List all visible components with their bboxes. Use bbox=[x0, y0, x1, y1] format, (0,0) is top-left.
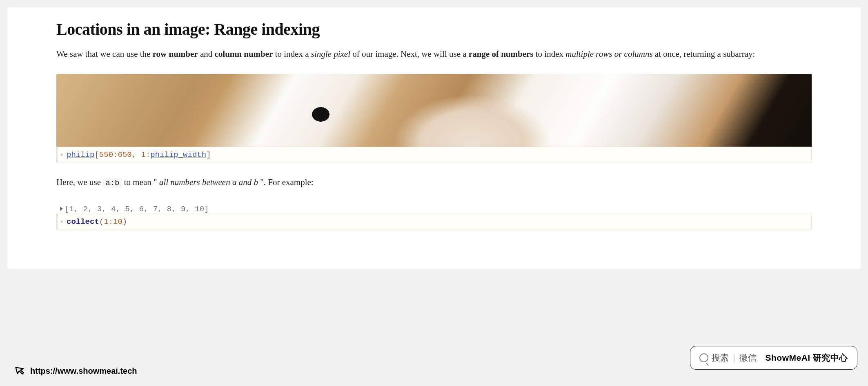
code-paren: ) bbox=[122, 217, 127, 226]
search-pill[interactable]: 搜索 | 微信 ShowMeAI 研究中心 bbox=[690, 346, 857, 370]
separator: | bbox=[732, 353, 736, 363]
footer-url: https://www.showmeai.tech bbox=[30, 366, 137, 376]
code-paren: ( bbox=[99, 217, 104, 226]
document-page: Locations in an image: Range indexing We… bbox=[7, 7, 861, 269]
code-bracket: ] bbox=[206, 150, 211, 159]
inline-code: a:b bbox=[103, 178, 122, 188]
italic-text: single pixel bbox=[311, 49, 350, 59]
bold-text: row number bbox=[153, 49, 198, 59]
brand-label: ShowMeAI 研究中心 bbox=[765, 352, 848, 364]
text: ". For example: bbox=[260, 177, 313, 187]
explain-paragraph: Here, we use a:b to mean " all numbers b… bbox=[56, 174, 812, 191]
code-variable: philip_width bbox=[150, 150, 206, 159]
text: to index bbox=[536, 49, 566, 59]
text: to index a bbox=[275, 49, 311, 59]
italic-text: all numbers between a and b bbox=[159, 177, 258, 187]
output-cell[interactable]: [1, 2, 3, 4, 5, 6, 7, 8, 9, 10] bbox=[56, 202, 812, 215]
search-label: 搜索 bbox=[712, 352, 729, 364]
text: of our image. Next, we will use a bbox=[352, 49, 469, 59]
code-number: 550 bbox=[99, 150, 113, 159]
cell-bullet-icon bbox=[61, 154, 63, 156]
text: We saw that we can use the bbox=[56, 49, 153, 59]
code-bracket: [ bbox=[94, 150, 99, 159]
intro-paragraph: We saw that we can use the row number an… bbox=[56, 46, 812, 62]
code-number: 10 bbox=[113, 217, 122, 226]
code-cell-2[interactable]: collect(1:10) bbox=[56, 214, 812, 230]
page-title: Locations in an image: Range indexing bbox=[56, 20, 812, 39]
text: to mean " bbox=[124, 177, 157, 187]
italic-text: multiple rows or columns bbox=[565, 49, 652, 59]
footer: https://www.showmeai.tech bbox=[15, 364, 137, 378]
bold-text: range of numbers bbox=[469, 49, 534, 59]
output-text: [1, 2, 3, 4, 5, 6, 7, 8, 9, 10] bbox=[65, 205, 209, 214]
cell-bullet-icon bbox=[61, 221, 63, 223]
code-function: collect bbox=[67, 217, 99, 226]
search-icon bbox=[699, 353, 708, 362]
code-number: 1 bbox=[141, 150, 145, 159]
code-variable: philip bbox=[67, 150, 94, 159]
text: Here, we use bbox=[56, 177, 103, 187]
code-number: 1 bbox=[104, 217, 108, 226]
text: at once, returning a subarray: bbox=[655, 49, 755, 59]
output-image-dog bbox=[56, 74, 812, 147]
code-cell-1[interactable]: philip[550:650, 1:philip_width] bbox=[56, 147, 812, 163]
code-colon: : bbox=[113, 150, 118, 159]
code-number: 650 bbox=[118, 150, 131, 159]
disclosure-triangle-icon[interactable] bbox=[60, 207, 63, 211]
wechat-label: 微信 bbox=[739, 352, 757, 364]
code-comma: , bbox=[132, 150, 141, 159]
code-colon: : bbox=[146, 150, 150, 159]
cursor-icon bbox=[15, 364, 26, 378]
code-colon: : bbox=[109, 217, 113, 226]
bold-text: column number bbox=[215, 49, 273, 59]
text: and bbox=[200, 49, 215, 59]
